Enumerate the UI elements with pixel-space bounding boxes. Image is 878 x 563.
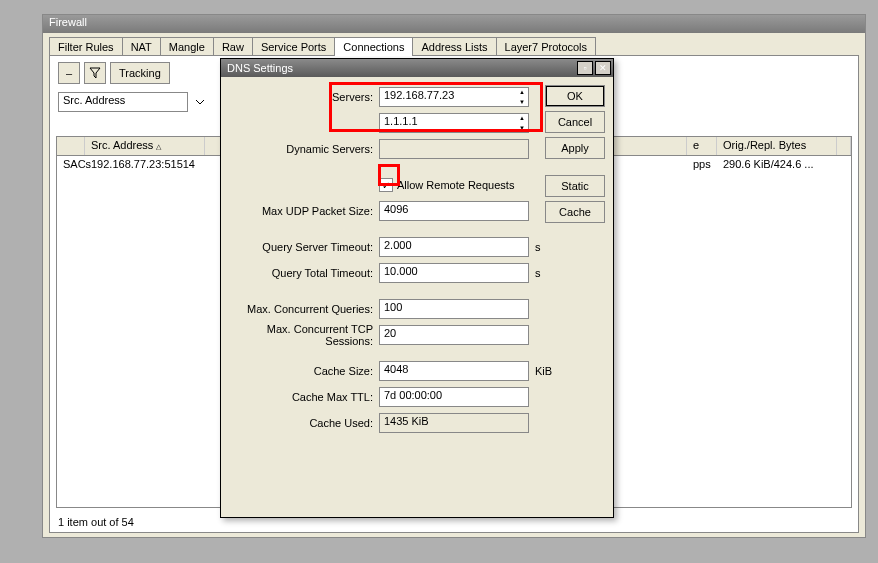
server1-input[interactable]: 192.168.77.23 ▲▼	[379, 87, 529, 107]
minimize-button[interactable]: ▫	[577, 61, 593, 75]
tab-service-ports[interactable]: Service Ports	[252, 37, 335, 56]
sort-asc-icon: △	[156, 143, 161, 150]
minimize-icon: ▫	[583, 64, 586, 73]
close-icon: ✕	[599, 64, 607, 73]
label-csize: Cache Size:	[229, 365, 379, 377]
col-end	[837, 137, 851, 155]
cell-tag: SACs	[57, 156, 85, 174]
tab-layer7[interactable]: Layer7 Protocols	[496, 37, 597, 56]
label-servers: Servers:	[229, 91, 379, 103]
label-allow-remote: Allow Remote Requests	[397, 179, 514, 191]
unit-s2: s	[529, 267, 549, 279]
tab-raw[interactable]: Raw	[213, 37, 253, 56]
dynamic-servers-field	[379, 139, 529, 159]
server2-input[interactable]: 1.1.1.1 ▲▼	[379, 113, 529, 133]
firewall-tabs: Filter Rules NAT Mangle Raw Service Port…	[43, 33, 865, 56]
tracking-button[interactable]: Tracking	[110, 62, 170, 84]
close-button[interactable]: ✕	[595, 61, 611, 75]
col-bytes[interactable]: Orig./Repl. Bytes	[717, 137, 837, 155]
cell-proto: pps	[687, 156, 717, 174]
apply-button[interactable]: Apply	[545, 137, 605, 159]
status-text: 1 item out of 54	[58, 516, 134, 528]
filter-field-select[interactable]: Src. Address	[58, 92, 188, 112]
remove-button[interactable]: –	[58, 62, 80, 84]
maxudp-input[interactable]: 4096	[379, 201, 529, 221]
label-cused: Cache Used:	[229, 417, 379, 429]
ok-button[interactable]: OK	[545, 85, 605, 107]
label-mcts: Max. Concurrent TCP Sessions:	[229, 323, 379, 347]
allow-remote-checkbox[interactable]: ✓	[379, 178, 393, 192]
cttl-input[interactable]: 7d 00:00:00	[379, 387, 529, 407]
tab-nat[interactable]: NAT	[122, 37, 161, 56]
firewall-title: Firewall	[43, 15, 865, 33]
mcq-input[interactable]: 100	[379, 299, 529, 319]
col-blank[interactable]	[57, 137, 85, 155]
server1-spinner[interactable]: ▲▼	[515, 87, 529, 107]
tab-filter-rules[interactable]: Filter Rules	[49, 37, 123, 56]
funnel-icon	[89, 67, 101, 79]
tab-mangle[interactable]: Mangle	[160, 37, 214, 56]
unit-s1: s	[529, 241, 549, 253]
label-mcq: Max. Concurrent Queries:	[229, 303, 379, 315]
filter-field-dropdown-icon[interactable]	[194, 96, 216, 108]
dns-dialog-title: DNS Settings	[227, 62, 293, 74]
col-src-address[interactable]: Src. Address △	[85, 137, 205, 155]
tab-connections[interactable]: Connections	[334, 37, 413, 56]
label-qst: Query Server Timeout:	[229, 241, 379, 253]
dns-settings-dialog: DNS Settings ▫ ✕ Servers: 192.168.77.23 …	[220, 58, 614, 518]
cache-button[interactable]: Cache	[545, 201, 605, 223]
unit-kib: KiB	[529, 365, 549, 377]
cell-src: 192.168.77.23:51514	[85, 156, 205, 174]
label-cttl: Cache Max TTL:	[229, 391, 379, 403]
tab-address-lists[interactable]: Address Lists	[412, 37, 496, 56]
col-e[interactable]: e	[687, 137, 717, 155]
cancel-button[interactable]: Cancel	[545, 111, 605, 133]
filter-button[interactable]	[84, 62, 106, 84]
csize-input[interactable]: 4048	[379, 361, 529, 381]
qtt-input[interactable]: 10.000	[379, 263, 529, 283]
label-qtt: Query Total Timeout:	[229, 267, 379, 279]
label-dynamic: Dynamic Servers:	[229, 143, 379, 155]
mcts-input[interactable]: 20	[379, 325, 529, 345]
static-button[interactable]: Static	[545, 175, 605, 197]
minus-icon: –	[66, 67, 72, 79]
label-maxudp: Max UDP Packet Size:	[229, 205, 379, 217]
cell-bytes: 290.6 KiB/424.6 ...	[717, 156, 837, 174]
cused-field: 1435 KiB	[379, 413, 529, 433]
qst-input[interactable]: 2.000	[379, 237, 529, 257]
server2-spinner[interactable]: ▲▼	[515, 113, 529, 133]
